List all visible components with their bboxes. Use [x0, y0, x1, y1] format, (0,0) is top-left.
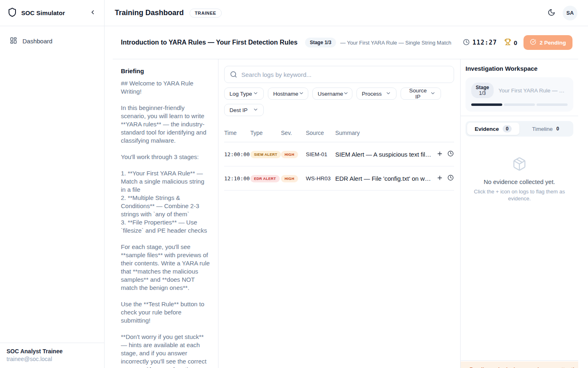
app-name: SOC Simulator: [21, 9, 65, 16]
filter-log-type[interactable]: Log Type: [224, 88, 264, 100]
filter-hostname[interactable]: Hostname: [268, 88, 308, 100]
timer-value: 112:27: [472, 39, 497, 46]
dashboard-icon: [10, 37, 17, 45]
top-bar: SOC Simulator Training Dashboard TRAINEE…: [0, 0, 588, 26]
add-evidence-button[interactable]: [436, 150, 443, 159]
progress-segment: [537, 103, 568, 106]
progress-segment: [504, 103, 535, 106]
chevron-left-icon: [89, 9, 96, 17]
evidence-empty-state: No evidence collected yet. Click the + i…: [461, 157, 578, 202]
score-value: 0: [514, 39, 517, 46]
workspace-title: Investigation Workspace: [466, 65, 573, 72]
role-badge: TRAINEE: [189, 9, 221, 18]
add-evidence-button[interactable]: [436, 174, 443, 183]
scenario-title: Introduction to YARA Rules — Your First …: [121, 39, 298, 46]
briefing-paragraph: For each stage, you'll see **sample file…: [121, 243, 210, 292]
workspace-tabs: Evidence 0 Timeline 0: [466, 121, 573, 137]
pending-button-label: 2 Pending: [539, 40, 566, 46]
stage-progress-bar: [471, 103, 568, 106]
log-time: 12:00:00: [224, 151, 250, 157]
investigation-workspace: Investigation Workspace Stage 1/3 Your F…: [461, 59, 578, 368]
filter-process[interactable]: Process: [356, 88, 396, 100]
top-bar-main: Training Dashboard TRAINEE SA: [105, 0, 588, 26]
log-row[interactable]: 12:10:00 EDR ALERT HIGH WS-HR03 EDR Aler…: [224, 166, 454, 191]
filter-username[interactable]: Username: [312, 88, 352, 100]
briefing-heading: Briefing: [121, 67, 210, 74]
moon-icon: [548, 9, 555, 18]
chevron-down-icon: [343, 90, 349, 97]
stage-label: Your First YARA Rule — Single String Mat…: [499, 88, 568, 94]
clock-icon: [448, 175, 454, 182]
log-table-header: Time Type Sev. Source Summary: [224, 124, 454, 142]
log-type-badge: EDR ALERT: [250, 175, 280, 182]
stage-card: Stage 1/3 Your First YARA Rule — Single …: [466, 77, 573, 112]
sidebar-header: SOC Simulator: [0, 0, 105, 26]
check-circle-icon: [530, 39, 536, 46]
briefing-paragraph: ## Welcome to YARA Rule Writing!: [121, 79, 210, 96]
add-to-timeline-button[interactable]: [447, 150, 454, 158]
tab-timeline[interactable]: Timeline 0: [519, 123, 572, 135]
sidebar: Dashboard SOC Analyst Trainee trainee@so…: [0, 26, 105, 368]
log-source: SIEM-01: [306, 151, 335, 157]
log-table: Time Type Sev. Source Summary 12:00:00 S…: [224, 124, 454, 191]
log-type-badge: SIEM ALERT: [250, 151, 281, 158]
sidebar-user-card: SOC Analyst Trainee trainee@soc.local: [0, 343, 104, 368]
pending-submissions-button[interactable]: 2 Pending: [523, 35, 572, 50]
timer: 112:27: [463, 39, 497, 47]
chevron-down-icon: [385, 90, 391, 97]
log-summary: EDR Alert — File 'config.txt' on wor...: [335, 175, 434, 182]
stage-badge: Stage 1/3: [305, 38, 336, 47]
scenario-subtitle: — Your First YARA Rule — Single String M…: [340, 40, 451, 46]
user-name: SOC Analyst Trainee: [7, 348, 98, 355]
log-row[interactable]: 12:00:00 SIEM ALERT HIGH SIEM-01 SIEM Al…: [224, 142, 454, 166]
briefing-paragraph: **Don't worry if you get stuck** — hints…: [121, 333, 210, 368]
empty-state-title: No evidence collected yet.: [483, 178, 555, 185]
plus-icon: [437, 150, 443, 158]
sidebar-item-label: Dashboard: [22, 38, 52, 45]
collapse-sidebar-button[interactable]: [88, 7, 98, 18]
search-input[interactable]: [224, 66, 454, 83]
briefing-paragraph: You'll work through 3 stages:: [121, 153, 210, 161]
briefing-paragraph: Use the **Test Rule** button to check yo…: [121, 300, 210, 325]
log-summary: SIEM Alert — A suspicious text file ...: [335, 151, 434, 158]
avatar[interactable]: SA: [563, 6, 577, 20]
score: 0: [504, 38, 517, 47]
workspace-footer: Pending submissions require your attenti…: [461, 360, 578, 368]
severity-badge: HIGH: [281, 175, 298, 182]
sidebar-item-dashboard[interactable]: Dashboard: [5, 32, 99, 50]
chevron-down-icon: [298, 90, 304, 97]
severity-badge: HIGH: [281, 151, 298, 158]
dark-mode-toggle[interactable]: [548, 9, 555, 18]
log-source: WS-HR03: [306, 175, 335, 182]
progress-segment: [471, 103, 502, 106]
package-icon: [512, 157, 527, 173]
clock-icon: [463, 39, 470, 47]
filter-source-ip[interactable]: Source IP: [401, 88, 441, 100]
clock-icon: [448, 150, 454, 158]
plus-icon: [437, 175, 443, 182]
add-to-timeline-button[interactable]: [447, 174, 454, 182]
filter-dest-ip[interactable]: Dest IP: [224, 104, 264, 116]
shield-icon: [7, 7, 17, 19]
log-time: 12:10:00: [224, 175, 250, 182]
trophy-icon: [504, 38, 511, 47]
pending-notice: Pending submissions require your attenti…: [461, 361, 578, 368]
briefing-paragraph: In this beginner-friendly scenario, you …: [121, 104, 210, 145]
user-email: trainee@soc.local: [7, 356, 98, 362]
logs-panel: Log Type Hostname Username Process: [218, 59, 461, 368]
chevron-down-icon: [253, 107, 258, 114]
tab-evidence[interactable]: Evidence 0: [467, 123, 519, 135]
stage-progress-pill: Stage 1/3: [471, 83, 494, 98]
empty-state-hint: Click the + icon on logs to flag them as…: [470, 188, 569, 202]
timeline-count: 0: [556, 126, 559, 132]
main-content: Introduction to YARA Rules — Your First …: [105, 26, 588, 368]
scenario-header: Introduction to YARA Rules — Your First …: [113, 26, 578, 59]
page-title: Training Dashboard: [115, 9, 184, 17]
briefing-panel: Briefing ## Welcome to YARA Rule Writing…: [113, 59, 218, 368]
log-filters: Log Type Hostname Username Process: [224, 88, 454, 116]
chevron-down-icon: [430, 90, 436, 97]
briefing-paragraph: 1. **Your First YARA Rule** — Match a si…: [121, 169, 210, 235]
chevron-down-icon: [253, 90, 258, 97]
evidence-count: 0: [503, 125, 512, 132]
divider: [461, 116, 578, 116]
